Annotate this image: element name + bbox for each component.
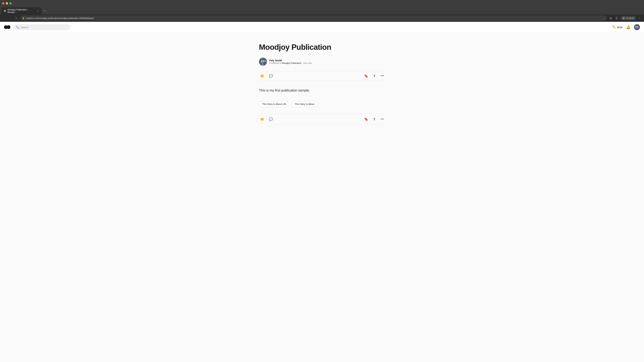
address-bar[interactable]: 🔒 ☆ — [20, 15, 607, 21]
notification-bell-icon[interactable]: 🔔 — [626, 25, 630, 29]
article-timestamp: Just now — [303, 62, 312, 64]
bottom-action-left: 👏 💬 — [259, 116, 274, 122]
incognito-indicator: 🕵 Incognito — [620, 16, 636, 20]
main-content: Moodjoy Publication FS Fely Smith Publis… — [255, 33, 389, 135]
action-left: 👏 💬 — [259, 73, 274, 79]
footer-divider — [259, 124, 385, 125]
sidebar-button[interactable]: ☰ — [614, 16, 619, 20]
comment-button[interactable]: 💬 — [268, 73, 274, 79]
bottom-share-icon: ⬆ — [373, 117, 376, 121]
share-icon: ⬆ — [373, 74, 376, 78]
comment-icon: 💬 — [269, 74, 273, 78]
tags-section: This Story Is About Life This Story Is A… — [259, 101, 385, 107]
search-icon: 🔍 — [16, 26, 19, 29]
tab-favicon: M — [4, 9, 6, 12]
medium-logo[interactable] — [4, 25, 10, 29]
tabs-bar: M Moodjoy Publication - Moodjo... ✕ + — [0, 7, 644, 14]
browser-nav: ← → ↻ 🔒 ☆ ⊞ ☰ 🕵 Incognito ⋮ — [0, 14, 644, 22]
user-avatar[interactable]: FS — [634, 24, 640, 30]
medium-page: 🔍 Search ✏️ Write 🔔 FS Moodjoy Publicati… — [0, 22, 644, 362]
new-tab-button[interactable]: + — [42, 8, 47, 13]
minimize-window-button[interactable] — [6, 2, 8, 4]
save-button[interactable]: 🔖 — [363, 73, 369, 79]
bottom-comment-icon: 💬 — [269, 117, 273, 121]
tab-title: Moodjoy Publication - Moodjo... — [8, 8, 36, 13]
bottom-save-icon: 🔖 — [364, 117, 368, 121]
bottom-save-button[interactable]: 🔖 — [363, 116, 369, 122]
lock-icon: 🔒 — [22, 17, 25, 19]
medium-header: 🔍 Search ✏️ Write 🔔 FS — [0, 22, 644, 33]
tab-close-button[interactable]: ✕ — [37, 9, 39, 12]
maximize-window-button[interactable] — [10, 2, 12, 4]
tag-1[interactable]: This Story Is About — [292, 101, 318, 107]
search-bar[interactable]: 🔍 Search — [13, 24, 70, 30]
bottom-clap-icon: 👏 — [260, 116, 265, 122]
tag-0[interactable]: This Story Is About Life — [259, 101, 290, 107]
menu-button[interactable]: ⋮ — [637, 16, 642, 20]
top-action-bar: 👏 💬 🔖 ⬆ ••• — [259, 71, 385, 81]
bookmark-icon[interactable]: ☆ — [603, 17, 605, 19]
author-avatar-secondary — [262, 61, 267, 66]
author-meta: Fely Smith Published in Moodjoy Publicat… — [269, 59, 312, 64]
bottom-clap-button[interactable]: 👏 — [259, 116, 265, 122]
window-controls — [2, 2, 12, 4]
publication-link[interactable]: Moodjoy Publication — [282, 62, 301, 64]
active-tab[interactable]: M Moodjoy Publication - Moodjo... ✕ — [1, 7, 42, 14]
published-in-label: Published in — [269, 62, 281, 64]
incognito-icon: 🕵 — [622, 16, 625, 19]
share-button[interactable]: ⬆ — [372, 73, 377, 79]
write-icon: ✏️ — [612, 25, 616, 29]
save-icon: 🔖 — [364, 74, 368, 78]
clap-button[interactable]: 👏 — [259, 73, 265, 79]
bottom-share-button[interactable]: ⬆ — [372, 116, 377, 122]
bottom-comment-button[interactable]: 💬 — [268, 116, 274, 122]
article-body: This is my first publication sample. — [259, 87, 385, 93]
forward-button[interactable]: → — [8, 16, 13, 20]
bottom-more-icon: ••• — [380, 117, 384, 121]
write-label: Write — [617, 26, 623, 29]
logo-circle-2 — [7, 25, 10, 29]
profile-icon-button[interactable]: ⊞ — [608, 16, 613, 20]
timestamp-separator: · — [302, 62, 302, 64]
article-body-text: This is my first publication sample. — [259, 87, 385, 93]
url-input[interactable] — [26, 17, 602, 19]
more-button[interactable]: ••• — [380, 73, 385, 78]
nav-right-actions: ⊞ ☰ 🕵 Incognito ⋮ — [608, 16, 642, 20]
author-name[interactable]: Fely Smith — [269, 59, 312, 62]
browser-chrome: M Moodjoy Publication - Moodjo... ✕ + ← … — [0, 0, 644, 22]
close-window-button[interactable] — [2, 2, 4, 4]
incognito-label: Incognito — [626, 17, 634, 19]
more-icon: ••• — [380, 74, 384, 78]
header-right-actions: ✏️ Write 🔔 FS — [612, 24, 640, 30]
bottom-action-right: 🔖 ⬆ ••• — [363, 116, 385, 122]
author-avatar[interactable]: FS — [259, 58, 267, 66]
author-section: FS Fely Smith Published in Moodjoy Publi… — [259, 58, 385, 66]
author-publication: Published in Moodjoy Publication · Just … — [269, 62, 312, 64]
browser-titlebar — [0, 0, 644, 7]
bottom-action-bar: 👏 💬 🔖 ⬆ ••• — [259, 114, 385, 124]
clap-icon: 👏 — [260, 73, 265, 78]
bottom-more-button[interactable]: ••• — [380, 116, 385, 122]
search-placeholder: Search — [20, 26, 28, 29]
write-button[interactable]: ✏️ Write — [612, 25, 623, 29]
article-title: Moodjoy Publication — [259, 43, 385, 52]
action-right: 🔖 ⬆ ••• — [363, 73, 385, 79]
back-button[interactable]: ← — [2, 16, 7, 20]
reload-button[interactable]: ↻ — [14, 16, 19, 20]
